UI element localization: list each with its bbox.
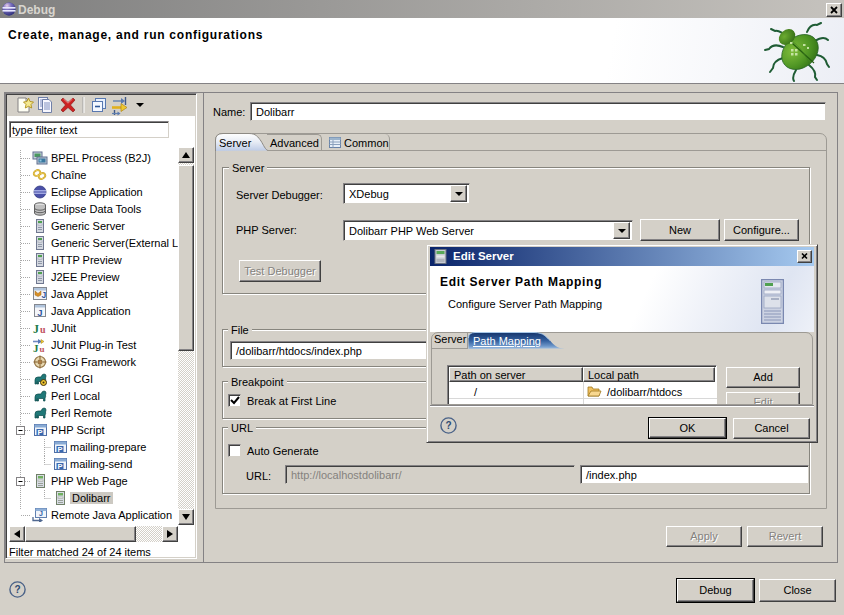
svg-text:P: P	[57, 462, 62, 471]
svg-text:P: P	[57, 445, 62, 454]
svg-text:J: J	[33, 322, 39, 336]
svg-text:?: ?	[445, 420, 451, 431]
svg-text:P: P	[37, 428, 42, 437]
svg-text:u: u	[40, 344, 45, 353]
svg-text:u: u	[40, 324, 46, 335]
svg-text:J: J	[33, 342, 39, 353]
svg-text:?: ?	[14, 584, 20, 595]
svg-text:J: J	[39, 510, 43, 517]
svg-text:J: J	[42, 290, 47, 300]
svg-text:J: J	[37, 307, 42, 318]
